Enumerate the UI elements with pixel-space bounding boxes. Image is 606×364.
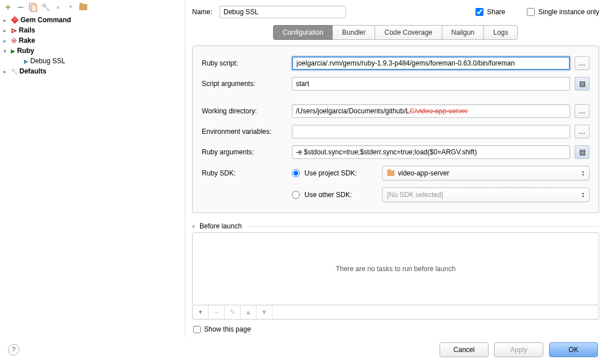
ruby-sdk-label: Ruby SDK: xyxy=(202,169,287,177)
show-this-page-checkbox[interactable] xyxy=(193,326,201,333)
config-panel: Ruby script: … Script arguments: ▤ Worki… xyxy=(192,46,599,213)
left-pane: Gem Command Rails Rake Ruby Debug SSL De… xyxy=(0,0,185,337)
tree-label: Rails xyxy=(19,26,35,34)
expand-script-args-button[interactable]: ▤ xyxy=(575,77,589,91)
tree-label: Rake xyxy=(19,36,35,44)
browse-env-vars-button[interactable]: … xyxy=(575,125,589,138)
share-label: Share xyxy=(487,8,505,16)
bl-down-button: ▼ xyxy=(257,305,273,319)
expand-ruby-args-button[interactable]: ▤ xyxy=(575,145,589,159)
env-vars-input[interactable] xyxy=(292,125,570,138)
copy-config-button[interactable] xyxy=(29,2,38,11)
tab-configuration[interactable]: Configuration xyxy=(273,25,333,40)
use-other-sdk-label: Use other SDK: xyxy=(304,191,352,199)
share-checkbox[interactable] xyxy=(475,8,483,16)
ruby-args-label: Ruby arguments: xyxy=(202,148,287,156)
project-sdk-select[interactable]: video-app-server xyxy=(382,166,589,181)
tree-item-ruby[interactable]: Ruby xyxy=(0,46,185,56)
tab-logs[interactable]: Logs xyxy=(483,25,518,40)
project-sdk-value: video-app-server xyxy=(398,169,449,177)
tree-item-debug-ssl[interactable]: Debug SSL xyxy=(0,56,185,66)
right-pane: Name: Share Single instance only Configu… xyxy=(185,0,606,337)
tree-label: Gem Command xyxy=(21,16,71,24)
use-other-sdk-radio[interactable] xyxy=(292,191,300,199)
ruby-script-input[interactable] xyxy=(292,56,570,70)
bl-edit-button: ✎ xyxy=(225,305,241,319)
help-button[interactable]: ? xyxy=(8,344,19,355)
bottom-bar: ? Cancel Apply OK xyxy=(0,337,606,364)
show-this-page-label: Show this page xyxy=(204,325,251,333)
tree-item-defaults[interactable]: Defaults xyxy=(0,66,185,76)
wrench-icon xyxy=(11,67,18,75)
name-label: Name: xyxy=(192,8,214,16)
env-vars-label: Environment variables: xyxy=(202,128,287,136)
tree-label: Ruby xyxy=(17,47,34,55)
working-dir-label: Working directory: xyxy=(202,107,287,115)
folder-open-icon[interactable] xyxy=(79,2,88,11)
before-launch-title: Before launch xyxy=(200,222,242,230)
rake-icon xyxy=(11,36,17,45)
tabs: Configuration Bundler Code Coverage Nail… xyxy=(274,25,518,40)
use-project-sdk-radio[interactable] xyxy=(292,169,300,177)
single-instance-checkbox[interactable] xyxy=(527,8,535,16)
before-launch-twisty[interactable] xyxy=(192,222,197,230)
before-launch-list: There are no tasks to run before launch xyxy=(192,232,599,305)
other-sdk-value: [No SDK selected] xyxy=(387,191,443,199)
browse-working-dir-button[interactable]: … xyxy=(575,104,589,118)
tree-item-gem[interactable]: Gem Command xyxy=(0,15,185,25)
ruby-script-label: Ruby script: xyxy=(202,59,287,67)
tree-item-rails[interactable]: Rails xyxy=(0,25,185,35)
tree-label: Defaults xyxy=(19,67,46,75)
tree-toolbar xyxy=(0,0,185,14)
cancel-button[interactable]: Cancel xyxy=(440,342,489,357)
script-args-label: Script arguments: xyxy=(202,80,287,88)
single-instance-label: Single instance only xyxy=(538,8,599,16)
other-sdk-select[interactable]: [No SDK selected] xyxy=(382,187,589,202)
tree-label: Debug SSL xyxy=(30,57,65,65)
move-down-icon[interactable] xyxy=(66,2,75,11)
remove-config-button[interactable] xyxy=(16,2,25,11)
add-config-button[interactable] xyxy=(3,2,13,11)
apply-button: Apply xyxy=(494,342,543,357)
bl-add-button[interactable]: + xyxy=(193,305,209,319)
rails-icon xyxy=(11,26,17,35)
script-args-input[interactable] xyxy=(292,77,570,91)
browse-ruby-script-button[interactable]: … xyxy=(575,56,589,70)
folder-icon xyxy=(387,170,394,176)
working-dir-value: /Users/joelgarcia/Documents/github/L xyxy=(296,107,409,115)
before-launch-empty: There are no tasks to run before launch xyxy=(336,265,455,273)
working-dir-input[interactable]: /Users/joelgarcia/Documents/github/LC/vi… xyxy=(292,104,570,118)
gem-icon xyxy=(11,16,19,24)
use-project-sdk-label: Use project SDK: xyxy=(304,169,357,177)
tab-code-coverage[interactable]: Code Coverage xyxy=(375,25,442,40)
debug-icon xyxy=(24,57,29,65)
tab-bundler[interactable]: Bundler xyxy=(332,25,375,40)
tab-nailgun[interactable]: Nailgun xyxy=(442,25,485,40)
bl-remove-button: − xyxy=(209,305,225,319)
ruby-icon xyxy=(11,47,15,55)
tree-item-rake[interactable]: Rake xyxy=(0,35,185,46)
config-tree: Gem Command Rails Rake Ruby Debug SSL De… xyxy=(0,14,185,337)
ruby-args-input[interactable] xyxy=(292,145,570,159)
bl-up-button: ▲ xyxy=(241,305,257,319)
move-up-icon[interactable] xyxy=(54,2,63,11)
name-input[interactable] xyxy=(219,6,346,18)
settings-icon[interactable] xyxy=(41,2,50,11)
before-launch-toolbar: + − ✎ ▲ ▼ xyxy=(192,305,599,320)
before-launch-section: Before launch There are no tasks to run … xyxy=(192,222,599,333)
ok-button[interactable]: OK xyxy=(549,342,598,357)
working-dir-strike: C/video-app-server xyxy=(409,107,467,115)
